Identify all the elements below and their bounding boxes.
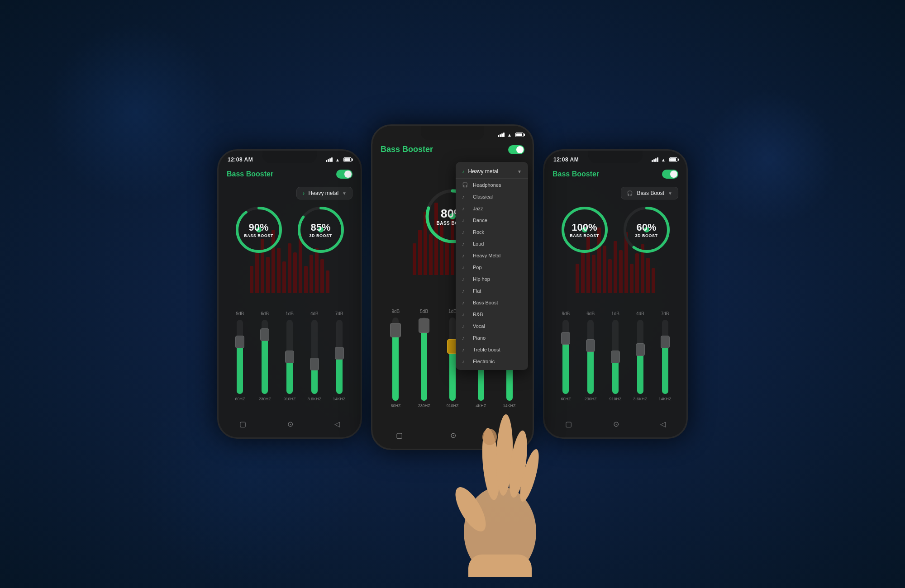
right-slider-1[interactable]: 230HZ	[578, 320, 603, 401]
dropdown-item-headphones[interactable]: 🎧 Headphones	[456, 179, 528, 191]
left-boost-circles: 90% BASS BOOST 85% 3D BOOST	[219, 205, 361, 255]
right-preset-dropdown[interactable]: 🎧 Bass Boost ▼	[621, 187, 678, 199]
left-preset-dropdown[interactable]: ♪ Heavy metal ▼	[296, 187, 352, 199]
left-eq-section: 9dB 6dB 1dB 4dB 7dB 60HZ	[219, 311, 361, 401]
right-phone-screen: 12:08 AM ▲ Bass Booster	[544, 151, 686, 437]
right-nav-circle[interactable]: ⊙	[613, 420, 619, 428]
left-preset-chevron: ▼	[342, 191, 347, 196]
right-preset-icon: 🎧	[627, 190, 633, 196]
wifi-icon: ▲	[335, 157, 340, 162]
dropdown-item-bassboost-label: Bass Boost	[473, 300, 498, 305]
right-freq-2: 910HZ	[609, 397, 621, 401]
dropdown-item-heavymetal[interactable]: ♪ Heavy Metal	[456, 250, 528, 261]
dropdown-item-flat[interactable]: ♪ Flat	[456, 285, 528, 297]
dropdown-item-jazz[interactable]: ♪ Jazz	[456, 203, 528, 214]
dropdown-item-loud[interactable]: ♪ Loud	[456, 238, 528, 250]
dropdown-item-pop-label: Pop	[473, 265, 482, 270]
left-nav-bar: ▢ ⊙ ◁	[219, 420, 361, 428]
left-slider-3[interactable]: 3.6KHZ	[302, 320, 327, 401]
jazz-icon: ♪	[462, 206, 468, 211]
right-bass-boost-circle: 100% BASS BOOST	[560, 205, 610, 255]
dropdown-item-electronic[interactable]: ♪ Electronic	[456, 356, 528, 367]
left-bass-type: BASS BOOST	[244, 233, 273, 238]
svg-point-20	[449, 483, 491, 536]
right-db-1: 6dB	[578, 311, 603, 316]
center-phone: ▲ Bass Booster	[371, 124, 534, 450]
left-signal	[326, 157, 333, 162]
dropdown-item-treble-label: Treble boost	[473, 347, 500, 352]
dropdown-item-vocal[interactable]: ♪ Vocal	[456, 320, 528, 332]
right-bass-type: BASS BOOST	[570, 233, 599, 238]
left-slider-4[interactable]: 14KHZ	[327, 320, 352, 401]
dropdown-item-electronic-label: Electronic	[473, 359, 495, 364]
right-nav-square[interactable]: ▢	[565, 420, 572, 428]
right-phone-notch	[588, 151, 643, 163]
dropdown-item-treble[interactable]: ♪ Treble boost	[456, 344, 528, 356]
left-slider-0[interactable]: 60HZ	[228, 320, 252, 401]
right-boost-circles: 100% BASS BOOST 60% 3D BOOST	[544, 205, 686, 255]
left-phone-screen: 12:08 AM ▲ Bass Booster	[219, 151, 361, 437]
center-freq-1: 230HZ	[418, 403, 430, 408]
right-slider-2[interactable]: 910HZ	[603, 320, 628, 401]
right-db-3: 4dB	[628, 311, 653, 316]
dropdown-item-rnb[interactable]: ♪ R&B	[456, 308, 528, 320]
dropdown-item-piano[interactable]: ♪ Piano	[456, 332, 528, 344]
left-db-3: 4dB	[302, 311, 327, 316]
left-preset-label: Heavy metal	[308, 190, 338, 196]
dropdown-item-rock[interactable]: ♪ Rock	[456, 226, 528, 238]
left-preset-icon: ♪	[302, 190, 305, 196]
center-freq-3: 4KHZ	[476, 403, 486, 408]
right-freq-0: 60HZ	[561, 397, 571, 401]
dropdown-item-heavymetal-label: Heavy Metal	[473, 253, 500, 258]
right-toggle[interactable]	[662, 170, 678, 179]
headphones-icon: 🎧	[462, 182, 468, 188]
left-db-4: 7dB	[327, 311, 352, 316]
left-phone: 12:08 AM ▲ Bass Booster	[217, 149, 362, 439]
heavymetal-icon: ♪	[462, 253, 468, 258]
left-slider-1[interactable]: 230HZ	[252, 320, 277, 401]
center-freq-4: 14KHZ	[503, 403, 516, 408]
right-db-4: 7dB	[653, 311, 677, 316]
center-toggle[interactable]	[508, 145, 524, 154]
left-freq-1: 230HZ	[259, 397, 271, 401]
pop-icon: ♪	[462, 265, 468, 270]
left-sliders: 60HZ 230HZ 910HZ	[224, 320, 355, 401]
center-nav-back[interactable]: ◁	[504, 431, 509, 440]
left-3d-boost-circle: 85% 3D BOOST	[296, 205, 346, 255]
right-slider-4[interactable]: 14KHZ	[653, 320, 677, 401]
left-toggle[interactable]	[336, 170, 352, 179]
left-3d-percent: 85%	[309, 222, 332, 233]
center-nav-square[interactable]: ▢	[396, 431, 403, 440]
right-nav-back[interactable]: ◁	[660, 420, 666, 428]
right-slider-0[interactable]: 60HZ	[553, 320, 578, 401]
dropdown-item-bassboost[interactable]: ♪ Bass Boost	[456, 297, 528, 308]
dropdown-item-hiphop[interactable]: ♪ Hip hop	[456, 273, 528, 285]
left-bass-percent: 90%	[244, 222, 273, 233]
left-slider-2[interactable]: 910HZ	[277, 320, 302, 401]
dance-icon: ♪	[462, 218, 468, 223]
piano-icon: ♪	[462, 335, 468, 341]
right-db-0: 9dB	[553, 311, 578, 316]
center-dropdown-menu[interactable]: ♪ Heavy metal ▼ 🎧 Headphones ♪ Classical…	[456, 162, 528, 370]
left-nav-square[interactable]: ▢	[239, 420, 246, 428]
dropdown-item-headphones-label: Headphones	[473, 182, 501, 188]
right-3d-type: 3D BOOST	[635, 233, 657, 238]
dropdown-item-hiphop-label: Hip hop	[473, 276, 490, 282]
center-phone-screen: ▲ Bass Booster	[372, 126, 533, 449]
left-nav-circle[interactable]: ⊙	[287, 420, 293, 428]
left-status-icons: ▲	[326, 157, 352, 162]
dropdown-item-dance[interactable]: ♪ Dance	[456, 214, 528, 226]
right-db-labels: 9dB 6dB 1dB 4dB 7dB	[550, 311, 681, 316]
center-slider-0[interactable]: 60HZ	[381, 318, 410, 408]
right-slider-3[interactable]: 3.6KHZ	[628, 320, 653, 401]
center-nav-circle[interactable]: ⊙	[450, 431, 456, 440]
center-slider-1[interactable]: 230HZ	[410, 318, 438, 408]
dropdown-item-classical-label: Classical	[473, 194, 493, 199]
left-nav-back[interactable]: ◁	[334, 420, 340, 428]
center-db-0: 9dB	[381, 309, 410, 314]
dropdown-item-pop[interactable]: ♪ Pop	[456, 261, 528, 273]
dropdown-item-dance-label: Dance	[473, 218, 487, 223]
right-sliders: 60HZ 230HZ 910HZ	[550, 320, 681, 401]
dropdown-item-classical[interactable]: ♪ Classical	[456, 191, 528, 203]
left-3d-type: 3D BOOST	[309, 233, 332, 238]
